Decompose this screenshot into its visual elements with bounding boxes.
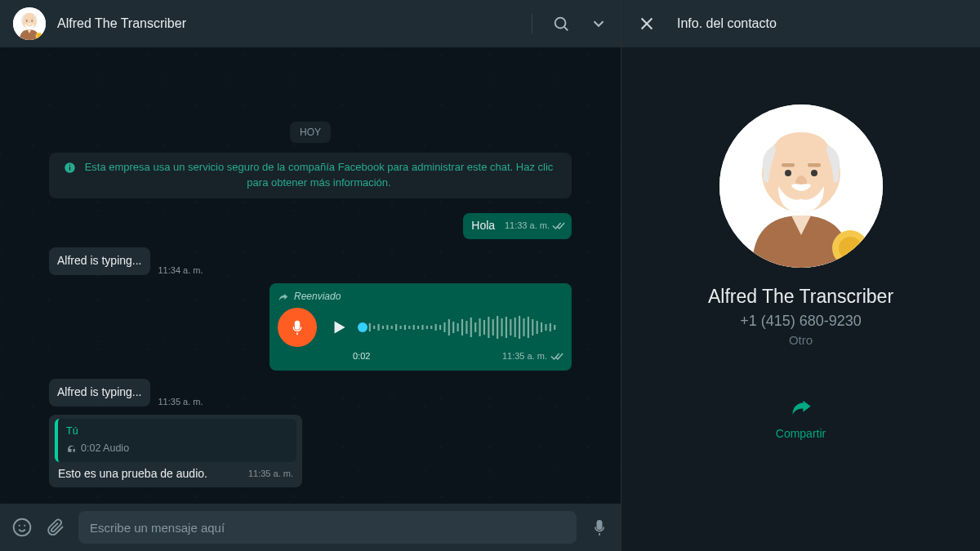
svg-rect-27 [408,326,410,329]
svg-rect-59 [550,323,551,331]
svg-rect-26 [404,325,406,330]
svg-point-61 [14,519,31,536]
message-text: Alfred is typing... [57,254,142,267]
voice-message-bubble[interactable]: Reenviado [270,283,572,371]
svg-rect-40 [466,321,467,334]
quote-sender: Tú [66,424,288,439]
incoming-message-bubble[interactable]: Alfred is typing... [49,379,150,407]
svg-rect-34 [439,325,441,330]
chevron-down-icon[interactable] [590,15,608,33]
info-panel-body: Alfred The Transcriber +1 (415) 680-9230… [621,47,980,551]
date-chip: HOY [290,122,331,143]
emoji-icon[interactable] [11,517,33,538]
contact-big-avatar[interactable] [719,104,883,268]
message-row: Hola 11:33 a. m. [49,213,572,239]
contact-category: Otro [789,333,813,347]
info-banner-text: Esta empresa usa un servicio seguro de l… [81,160,557,191]
svg-rect-52 [519,316,520,339]
forward-arrow-icon [278,291,289,303]
message-time: 11:35 a. m. [158,397,203,407]
incoming-message-bubble[interactable]: Alfred is typing... [49,247,150,275]
info-panel-header: Info. del contacto [621,0,980,47]
audio-waveform[interactable] [361,313,564,342]
svg-rect-47 [497,316,498,339]
message-row: Alfred is typing... 11:35 a. m. [49,379,572,407]
svg-rect-39 [461,319,463,335]
share-label: Compartir [776,427,826,440]
outgoing-message-bubble[interactable]: Hola 11:33 a. m. [463,213,572,239]
svg-rect-24 [395,324,397,331]
svg-rect-15 [69,167,70,171]
svg-rect-56 [537,321,538,334]
audio-progress-dot[interactable] [358,322,368,332]
svg-line-13 [564,27,568,30]
message-text: Esto es una prueba de audio. [58,466,207,482]
svg-rect-21 [382,326,384,329]
svg-point-12 [555,18,566,29]
quoted-message[interactable]: Tú 0:02 Audio [55,419,296,462]
header-divider [532,14,532,33]
svg-rect-20 [377,324,379,331]
svg-rect-57 [541,322,542,332]
chat-title[interactable]: Alfred The Transcriber [57,16,532,31]
svg-rect-44 [483,320,485,335]
svg-rect-30 [421,325,423,330]
svg-rect-51 [514,318,516,337]
svg-rect-36 [448,319,450,335]
svg-rect-29 [417,326,419,329]
svg-rect-43 [479,318,480,336]
contact-phone: +1 (415) 680-9230 [740,313,862,330]
message-time: 11:35 a. m. [502,349,547,364]
attach-icon[interactable] [46,518,65,537]
svg-rect-19 [373,326,375,329]
share-arrow-icon [790,396,813,419]
message-time: 11:33 a. m. [505,218,550,233]
message-input[interactable]: Escribe un mensaje aquí [78,511,577,544]
info-panel-title: Info. del contacto [677,16,777,31]
message-row: Tú 0:02 Audio Esto es una prueba de audi… [49,415,572,487]
contact-info-panel: Info. del contacto Alfred The Transcribe… [621,0,980,551]
svg-rect-25 [399,326,401,329]
svg-rect-50 [510,319,511,335]
mic-icon[interactable] [590,518,609,537]
encryption-info-banner[interactable]: Esta empresa usa un servicio seguro de l… [49,153,572,198]
svg-rect-33 [435,324,437,331]
svg-rect-18 [369,323,371,331]
share-button[interactable]: Compartir [776,396,826,440]
input-placeholder: Escribe un mensaje aquí [90,521,225,535]
svg-rect-41 [470,318,472,337]
svg-rect-53 [523,318,524,336]
message-text: Alfred is typing... [57,385,142,398]
chat-column: Alfred The Transcriber HOY Esta empresa … [0,0,621,551]
svg-rect-46 [492,319,494,335]
svg-point-62 [19,525,20,527]
svg-rect-28 [413,325,415,330]
svg-rect-58 [545,324,546,331]
svg-point-63 [24,525,25,527]
info-icon [64,162,76,174]
search-icon[interactable] [552,15,570,33]
svg-rect-38 [457,323,459,331]
svg-rect-42 [474,322,476,332]
message-row: Reenviado [49,283,572,371]
svg-rect-23 [391,326,393,329]
svg-rect-45 [488,317,489,338]
play-button-icon[interactable] [327,317,351,338]
svg-rect-55 [532,319,533,335]
double-check-icon [552,221,565,230]
svg-rect-37 [452,322,454,333]
reply-message-bubble[interactable]: Tú 0:02 Audio Esto es una prueba de audi… [49,415,302,487]
svg-rect-49 [506,317,507,338]
message-time: 11:35 a. m. [248,466,293,482]
chat-header: Alfred The Transcriber [0,0,621,47]
contact-avatar[interactable] [13,7,46,40]
svg-rect-16 [69,165,70,166]
composer-bar: Escribe un mensaje aquí [0,504,621,551]
svg-rect-35 [443,322,445,332]
audio-duration: 0:02 [353,349,370,364]
svg-rect-32 [430,326,432,329]
message-time: 11:34 a. m. [158,265,203,275]
message-text: Hola [471,219,495,232]
svg-rect-48 [501,318,502,336]
close-icon[interactable] [638,15,656,33]
